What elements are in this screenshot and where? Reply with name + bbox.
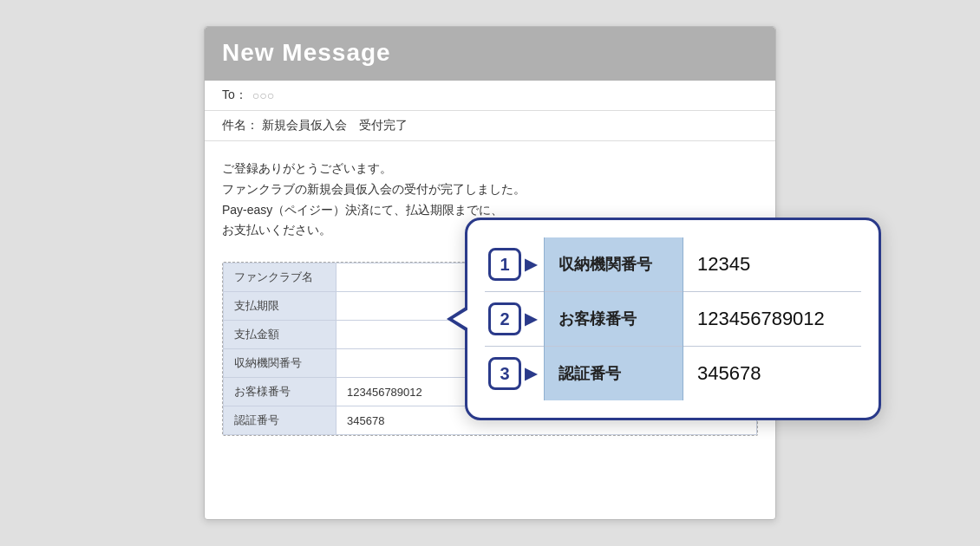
to-label: To： [222, 88, 247, 103]
popup-value-2: 123456789012 [683, 292, 862, 347]
popup-num-cell-3: 3 ▶ [485, 347, 545, 401]
email-title: New Message [222, 39, 758, 67]
subject-value: 新規会員仮入会 受付完了 [262, 118, 408, 132]
table-label: 支払期限 [224, 292, 336, 321]
popup-num-cell-1: 1 ▶ [485, 237, 545, 292]
badge-arrow-3: ▶ [525, 366, 537, 381]
email-window: New Message To： ○○○ 件名： 新規会員仮入会 受付完了 ご登録… [204, 26, 776, 520]
table-label: ファンクラブ名 [224, 263, 336, 292]
popup-badge-3: 3 [488, 357, 521, 390]
popup-overlay: 1 ▶ 収納機関番号 12345 2 ▶ お客様番号 123456789012 [465, 218, 881, 420]
popup-row-2: 2 ▶ お客様番号 123456789012 [485, 292, 861, 347]
subject-label: 件名： [222, 118, 258, 132]
popup-row-3: 3 ▶ 認証番号 345678 [485, 347, 861, 401]
table-label: 支払金額 [224, 321, 336, 349]
table-label: お客様番号 [224, 378, 336, 406]
email-to-row: To： ○○○ [205, 81, 775, 111]
table-label: 収納機関番号 [224, 349, 336, 378]
email-subject-row: 件名： 新規会員仮入会 受付完了 [205, 111, 775, 141]
body-line-2: ファンクラブの新規会員仮入会の受付が完了しました。 [222, 179, 758, 200]
popup-label-1: 収納機関番号 [545, 237, 683, 292]
body-line-1: ご登録ありがとうございます。 [222, 159, 758, 179]
badge-arrow-1: ▶ [525, 257, 537, 272]
to-value: ○○○ [252, 88, 274, 102]
badge-arrow-2: ▶ [525, 311, 537, 327]
table-label: 認証番号 [224, 406, 336, 435]
popup-badge-2: 2 [488, 302, 521, 335]
popup-value-1: 12345 [683, 237, 862, 292]
popup-label-3: 認証番号 [545, 347, 683, 401]
popup-label-2: お客様番号 [545, 292, 683, 347]
popup-table: 1 ▶ 収納機関番号 12345 2 ▶ お客様番号 123456789012 [485, 237, 861, 400]
popup-row-1: 1 ▶ 収納機関番号 12345 [485, 237, 861, 292]
popup-num-cell-2: 2 ▶ [485, 292, 545, 347]
popup-value-3: 345678 [683, 347, 862, 401]
email-header: New Message [205, 27, 775, 81]
popup-badge-1: 1 [488, 248, 521, 281]
